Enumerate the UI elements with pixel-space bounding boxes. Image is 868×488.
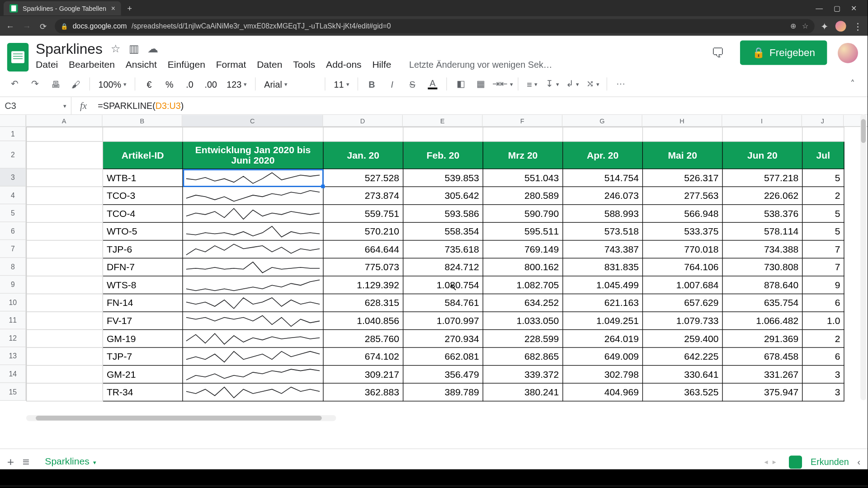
menu-tools[interactable]: Tools xyxy=(293,60,315,70)
row-header[interactable]: 14 xyxy=(0,365,26,383)
v-align-icon[interactable]: ↧ xyxy=(543,75,561,93)
sheet-next-icon[interactable]: ► xyxy=(771,459,777,465)
select-all-corner[interactable] xyxy=(0,115,26,126)
row-header[interactable]: 11 xyxy=(0,311,26,329)
col-header[interactable]: J xyxy=(802,115,844,126)
menu-bearbeiten[interactable]: Bearbeiten xyxy=(69,60,115,70)
increase-decimal-button[interactable]: .00 xyxy=(201,75,221,93)
percent-button[interactable]: % xyxy=(160,75,179,93)
explore-label[interactable]: Erkunden xyxy=(811,457,849,467)
italic-button[interactable]: I xyxy=(383,75,401,93)
back-icon[interactable]: ← xyxy=(5,21,16,31)
row-header[interactable]: 7 xyxy=(0,240,26,258)
last-edit[interactable]: Letzte Änderung vor wenigen Sek… xyxy=(409,60,552,70)
add-sheet-icon[interactable]: + xyxy=(7,455,14,469)
row-header[interactable]: 13 xyxy=(0,347,26,365)
undo-icon[interactable]: ↶ xyxy=(6,75,24,93)
col-header[interactable]: B xyxy=(103,115,183,126)
comments-icon[interactable]: 🗨 xyxy=(706,41,730,65)
formula-input[interactable]: =SPARKLINE(D3:U3) xyxy=(95,97,868,114)
col-header[interactable]: E xyxy=(403,115,483,126)
row-header[interactable]: 2 xyxy=(0,141,26,169)
strike-button[interactable]: S xyxy=(403,75,421,93)
currency-button[interactable]: € xyxy=(140,75,158,93)
maximize-icon[interactable]: ▢ xyxy=(834,4,840,12)
number-format-button[interactable]: 123 xyxy=(223,75,250,93)
explore-icon[interactable] xyxy=(789,455,802,469)
print-icon[interactable]: 🖶 xyxy=(47,75,65,93)
row-header[interactable]: 1 xyxy=(0,127,26,141)
close-icon[interactable]: × xyxy=(111,4,115,12)
menu-format[interactable]: Format xyxy=(216,60,246,70)
col-header[interactable]: F xyxy=(483,115,563,126)
wrap-icon[interactable]: ↲ xyxy=(564,75,582,93)
bold-button[interactable]: B xyxy=(363,75,381,93)
zoom-select[interactable]: 100% xyxy=(95,75,130,93)
extensions-icon[interactable]: ✦ xyxy=(821,20,828,32)
menu-icon[interactable]: ⋮ xyxy=(853,20,863,32)
sheets-logo-icon[interactable] xyxy=(7,43,28,71)
row-header[interactable]: 12 xyxy=(0,329,26,347)
col-header[interactable]: G xyxy=(562,115,642,126)
data-cell: 302.798 xyxy=(563,366,643,384)
row-header[interactable]: 8 xyxy=(0,258,26,276)
col-header[interactable]: H xyxy=(642,115,722,126)
profile-avatar[interactable] xyxy=(835,21,846,32)
move-icon[interactable]: ▥ xyxy=(129,42,139,56)
menu-addons[interactable]: Add-ons xyxy=(326,60,362,70)
menu-daten[interactable]: Daten xyxy=(257,60,282,70)
more-icon[interactable]: ⋯ xyxy=(612,75,630,93)
data-cell: 277.563 xyxy=(642,187,722,205)
menu-datei[interactable]: Datei xyxy=(36,60,58,70)
row-header[interactable]: 10 xyxy=(0,294,26,312)
h-align-icon[interactable]: ≡ xyxy=(523,75,541,93)
paint-format-icon[interactable]: 🖌 xyxy=(67,75,85,93)
menu-einfuegen[interactable]: Einfügen xyxy=(168,60,205,70)
new-tab-button[interactable]: + xyxy=(127,4,132,13)
cloud-icon[interactable]: ☁ xyxy=(147,42,158,56)
browser-tab[interactable]: Sparklines - Google Tabellen × xyxy=(4,1,121,16)
decrease-decimal-button[interactable]: .0 xyxy=(181,75,199,93)
row-header[interactable]: 5 xyxy=(0,204,26,222)
doc-title[interactable]: Sparklines xyxy=(36,41,103,57)
text-color-button[interactable]: A xyxy=(424,75,442,93)
bookmark-icon[interactable]: ☆ xyxy=(802,22,808,30)
row-header[interactable]: 4 xyxy=(0,187,26,205)
forward-icon[interactable]: → xyxy=(21,21,32,31)
menu-ansicht[interactable]: Ansicht xyxy=(126,60,157,70)
minimize-icon[interactable]: — xyxy=(816,4,823,12)
reload-icon[interactable]: ⟳ xyxy=(38,21,49,31)
data-cell: 824.712 xyxy=(403,258,483,276)
merge-icon[interactable]: ⇥⇤ xyxy=(492,75,513,93)
all-sheets-icon[interactable]: ≡ xyxy=(23,455,29,469)
name-box[interactable]: C3▾ xyxy=(0,97,71,114)
col-header[interactable]: D xyxy=(323,115,403,126)
horizontal-scrollbar[interactable] xyxy=(26,415,336,421)
row-header[interactable]: 15 xyxy=(0,383,26,401)
star-icon[interactable]: ☆ xyxy=(111,42,120,56)
side-panel-icon[interactable]: ‹ xyxy=(857,456,860,467)
address-bar[interactable]: 🔒 docs.google.com/spreadsheets/d/1njIwCa… xyxy=(55,19,814,33)
col-header[interactable]: A xyxy=(26,115,103,126)
fill-color-icon[interactable]: ◧ xyxy=(452,75,470,93)
row-header[interactable]: 9 xyxy=(0,276,26,294)
row-header[interactable]: 3 xyxy=(0,169,26,187)
sheet-prev-icon[interactable]: ◄ xyxy=(763,459,769,465)
redo-icon[interactable]: ↷ xyxy=(26,75,44,93)
sheet-tab[interactable]: Sparklines▾ xyxy=(38,452,104,471)
font-select[interactable]: Arial xyxy=(260,75,320,93)
font-size-select[interactable]: 11 xyxy=(330,75,353,93)
account-avatar[interactable] xyxy=(838,42,858,63)
zoom-icon[interactable]: ⊕ xyxy=(790,22,796,30)
vertical-scrollbar[interactable] xyxy=(860,114,866,400)
borders-icon[interactable]: ▦ xyxy=(472,75,490,93)
menu-hilfe[interactable]: Hilfe xyxy=(372,60,391,70)
col-header[interactable]: C xyxy=(182,115,323,126)
close-window-icon[interactable]: ✕ xyxy=(851,4,857,12)
spreadsheet-grid[interactable]: A B C D E F G H I J 12345678910111213141… xyxy=(0,115,868,448)
rotate-icon[interactable]: ⤭ xyxy=(584,75,602,93)
col-header[interactable]: I xyxy=(722,115,802,126)
share-button[interactable]: 🔒 Freigeben xyxy=(741,41,827,65)
row-header[interactable]: 6 xyxy=(0,222,26,240)
collapse-toolbar-icon[interactable]: ˄ xyxy=(844,75,862,93)
